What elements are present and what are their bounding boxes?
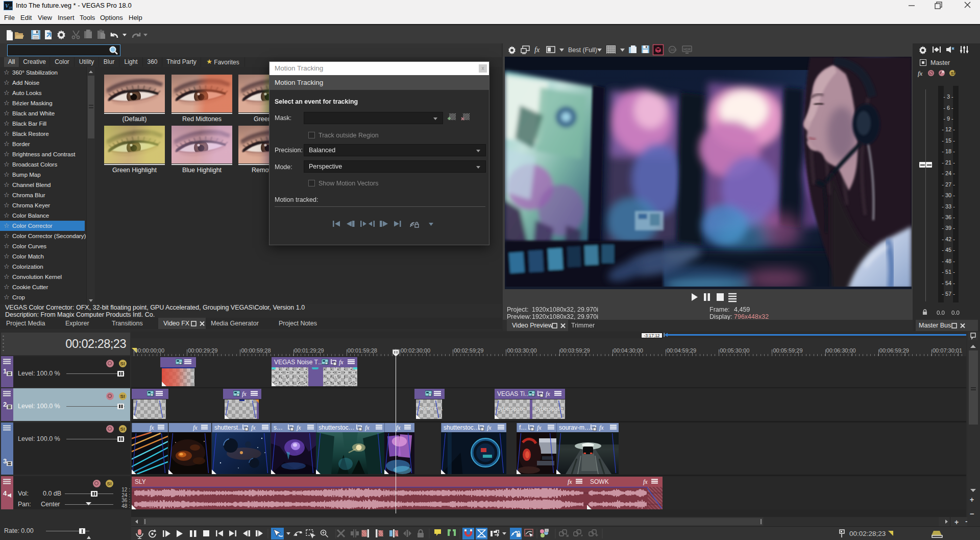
svg-text:fx: fx — [396, 424, 401, 431]
svg-text:S: S — [951, 71, 954, 76]
svg-text:fx: fx — [339, 359, 344, 366]
svg-text:fx: fx — [546, 390, 550, 397]
svg-text:fx: fx — [487, 424, 492, 431]
svg-text:fx: fx — [534, 46, 540, 54]
svg-text:fx: fx — [193, 424, 198, 431]
svg-text:fx: fx — [297, 424, 301, 431]
svg-text:fx: fx — [599, 424, 604, 431]
svg-text:18: 18 — [9, 6, 12, 9]
svg-text:Best (Full): Best (Full) — [568, 46, 597, 54]
svg-text:fx: fx — [918, 69, 923, 77]
svg-text:fx: fx — [251, 424, 256, 431]
svg-text:00:02:28;23: 00:02:28;23 — [849, 530, 886, 537]
svg-text:fx: fx — [365, 424, 370, 431]
svg-text:fx: fx — [537, 424, 542, 431]
svg-text:360: 360 — [670, 48, 677, 52]
svg-text:fx: fx — [643, 478, 648, 485]
svg-text:HDR: HDR — [683, 48, 691, 51]
svg-text:fx: fx — [150, 424, 154, 431]
svg-text:fx: fx — [242, 390, 247, 397]
svg-text:fx: fx — [568, 478, 572, 485]
